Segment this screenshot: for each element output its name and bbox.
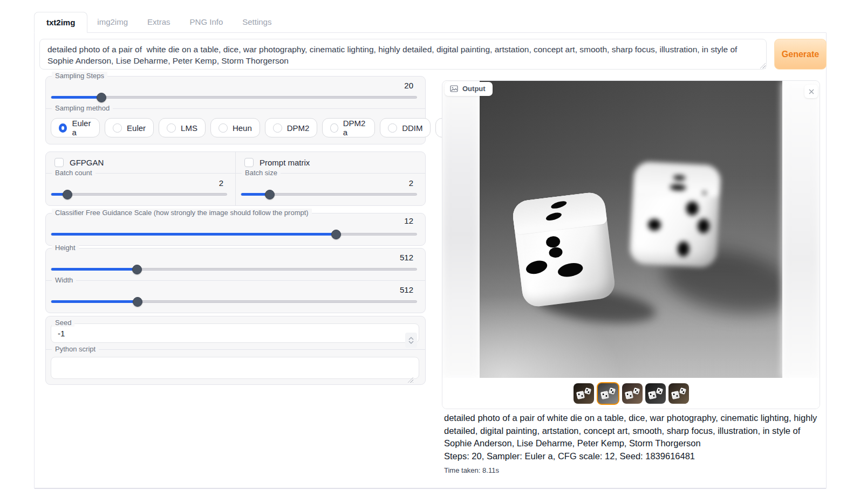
batch-size-label: Batch size — [242, 169, 281, 177]
slider-handle[interactable] — [132, 265, 142, 274]
batch-count-slider[interactable] — [51, 189, 227, 199]
cfg-slider[interactable] — [51, 229, 417, 239]
slider-handle[interactable] — [133, 297, 142, 307]
close-icon[interactable] — [804, 85, 818, 98]
radio-label: Euler a — [72, 119, 92, 137]
thumb-die — [584, 388, 591, 395]
die-left — [511, 191, 617, 308]
slider-track — [51, 268, 417, 271]
width-value: 512 — [46, 281, 425, 295]
tab-png-info[interactable]: PNG Info — [180, 12, 233, 33]
options-panel: GFPGAN Prompt matrix Batch count 2 Batch… — [45, 151, 426, 206]
blur-fill-right — [782, 81, 820, 378]
thumb-die — [656, 388, 663, 395]
prompt-matrix-checkbox[interactable] — [244, 158, 254, 167]
thumb-die — [608, 388, 616, 395]
radio-dpm2-a[interactable]: DPM2 a — [322, 118, 375, 137]
radio-label: DPM2 — [287, 123, 310, 133]
batch-row: Batch count 2 Batch size 2 — [46, 173, 425, 205]
generate-button[interactable]: Generate — [774, 39, 827, 70]
tab-settings[interactable]: Settings — [233, 12, 281, 33]
radio-euler[interactable]: Euler — [105, 118, 154, 137]
sampling-method-fieldset: Sampling method Euler a Euler LMS Heun D… — [46, 108, 425, 144]
slider-handle[interactable] — [265, 190, 275, 199]
python-script-input[interactable] — [51, 357, 419, 379]
slider-track — [241, 193, 417, 196]
tab-txt2img[interactable]: txt2img — [34, 12, 87, 33]
gfpgan-label: GFPGAN — [70, 158, 104, 167]
radio-heun[interactable]: Heun — [210, 118, 260, 137]
checkbox-row: GFPGAN Prompt matrix — [46, 152, 425, 173]
gallery-thumbnail-0[interactable] — [574, 383, 594, 404]
radio-label: Heun — [233, 123, 252, 133]
seed-input[interactable] — [51, 323, 419, 343]
width-label: Width — [52, 276, 76, 284]
thumb-die — [679, 388, 686, 395]
gallery-thumbnail-2[interactable] — [622, 383, 643, 404]
slider-fill — [51, 233, 336, 236]
radio-dot — [388, 123, 397, 133]
batch-count-label: Batch count — [52, 169, 95, 177]
image-icon — [450, 85, 458, 92]
thumb-die — [576, 391, 585, 400]
output-gallery: Output — [442, 80, 820, 409]
sampling-method-label: Sampling method — [52, 104, 113, 112]
thumb-die — [600, 391, 609, 400]
radio-label: DPM2 a — [343, 119, 367, 137]
radio-dpm2[interactable]: DPM2 — [265, 118, 318, 137]
seed-script-panel: Seed Python script — [45, 316, 426, 385]
height-label: Height — [52, 244, 79, 252]
info-prompt-text: detailed photo of a pair of white die on… — [444, 412, 820, 450]
prompt-input[interactable]: detailed photo of a pair of white die on… — [39, 39, 767, 70]
cfg-panel: Classifier Free Guidance Scale (how stro… — [45, 213, 426, 246]
seed-stepper[interactable] — [405, 333, 417, 348]
gallery-thumbnail-1[interactable] — [597, 382, 619, 405]
radio-dot — [167, 123, 176, 133]
batch-count-fieldset: Batch count 2 — [46, 174, 236, 205]
tab-img2img[interactable]: img2img — [87, 12, 138, 33]
cfg-label: Classifier Free Guidance Scale (how stro… — [52, 209, 312, 217]
radio-label: DDIM — [402, 123, 422, 133]
python-script-fieldset: Python script — [46, 349, 425, 379]
slider-fill — [51, 96, 101, 99]
batch-size-slider[interactable] — [241, 189, 417, 199]
slider-fill — [51, 268, 137, 271]
output-label-text: Output — [462, 85, 486, 93]
radio-dot — [113, 123, 122, 133]
slider-handle[interactable] — [97, 93, 106, 102]
python-script-label: Python script — [52, 345, 99, 353]
thumb-die — [624, 391, 633, 400]
sampling-steps-slider[interactable] — [51, 92, 417, 102]
tab-extras[interactable]: Extras — [138, 12, 180, 33]
seed-fieldset: Seed — [46, 323, 425, 349]
controls-column: Sampling Steps 20 Sampling method Euler … — [45, 76, 426, 385]
gallery-thumbnail-4[interactable] — [668, 383, 689, 404]
image-zone — [442, 81, 820, 378]
generated-image[interactable] — [480, 81, 782, 378]
height-value: 512 — [46, 248, 425, 263]
chevron-up-icon[interactable] — [408, 337, 414, 340]
radio-lms[interactable]: LMS — [159, 118, 206, 137]
gallery-thumbnail-3[interactable] — [645, 383, 666, 404]
size-panel: Height 512 Width 512 — [45, 248, 426, 313]
thumb-die — [671, 391, 680, 400]
radio-dot — [330, 123, 338, 133]
slider-track — [51, 233, 417, 236]
tab-bar: txt2img img2img Extras PNG Info Settings — [34, 12, 281, 33]
width-slider[interactable] — [51, 296, 417, 306]
radio-ddim[interactable]: DDIM — [380, 118, 431, 137]
slider-track — [51, 300, 417, 303]
thumbnail-strip — [442, 378, 820, 409]
slider-handle[interactable] — [63, 190, 72, 199]
gfpgan-checkbox[interactable] — [54, 158, 64, 167]
info-params-text: Steps: 20, Sampler: Euler a, CFG scale: … — [444, 450, 820, 463]
slider-handle[interactable] — [331, 230, 341, 239]
output-panel-label: Output — [445, 82, 493, 96]
radio-label: LMS — [181, 123, 197, 133]
height-slider[interactable] — [51, 264, 417, 274]
chevron-down-icon[interactable] — [408, 341, 414, 344]
radio-dot — [219, 123, 228, 133]
thumb-die — [632, 388, 640, 395]
radio-euler-a[interactable]: Euler a — [51, 118, 100, 137]
sampling-method-options: Euler a Euler LMS Heun DPM2 DPM2 a DDIM … — [46, 109, 425, 144]
